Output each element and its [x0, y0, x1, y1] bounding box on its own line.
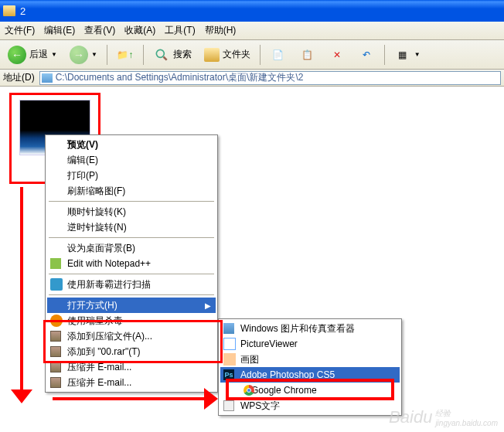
- address-path: C:\Documents and Settings\Administrator\…: [56, 71, 304, 84]
- paint-icon: [223, 353, 236, 366]
- ctx-edit[interactable]: 编辑(E): [47, 152, 216, 168]
- search-icon: [153, 46, 170, 63]
- views-button[interactable]: ▦ ▼: [390, 43, 425, 66]
- ctx-add-rar[interactable]: 添加到 "00.rar"(T): [47, 344, 216, 359]
- separator: [49, 294, 214, 295]
- open-with-submenu: Windows 图片和传真查看器 PictureViewer 画图 PsAdob…: [218, 318, 402, 416]
- up-button[interactable]: 📁↑: [112, 43, 138, 66]
- delete-icon: ✕: [329, 46, 346, 63]
- rar-icon: [50, 331, 61, 342]
- svg-point-0: [156, 49, 164, 57]
- address-label: 地址(D): [3, 71, 35, 84]
- menu-edit[interactable]: 编辑(E): [44, 24, 75, 37]
- ctx-add-archive[interactable]: 添加到压缩文件(A)...: [47, 328, 216, 344]
- annotation-arrow-head: [11, 389, 32, 403]
- chevron-down-icon: ▼: [51, 51, 57, 58]
- chevron-down-icon: ▼: [414, 51, 421, 58]
- rar-icon: [50, 377, 61, 388]
- ctx-compress-email[interactable]: 压缩并 E-mail...: [47, 359, 216, 375]
- views-icon: ▦: [394, 46, 411, 63]
- tb-move-button[interactable]: 📄: [265, 43, 291, 66]
- menu-bar: 文件(F) 编辑(E) 查看(V) 收藏(A) 工具(T) 帮助(H): [0, 22, 504, 40]
- tb-undo-button[interactable]: ↶: [353, 43, 380, 66]
- folder-icon: [42, 73, 53, 83]
- ctx-scan[interactable]: 使用新毒霸进行扫描: [47, 277, 216, 292]
- undo-icon: ↶: [358, 46, 375, 63]
- ctx-preview[interactable]: 预览(V): [47, 137, 216, 152]
- separator: [107, 45, 107, 65]
- picture-viewer-icon: [223, 338, 236, 350]
- rar-icon: [50, 362, 61, 372]
- ctx-rotate-ccw[interactable]: 逆时针旋转(N): [47, 219, 216, 235]
- scan-icon: [50, 278, 63, 291]
- annotation-arrow: [20, 187, 23, 396]
- address-input[interactable]: C:\Documents and Settings\Administrator\…: [39, 71, 501, 85]
- notepad-icon: [50, 258, 61, 269]
- sub-windows-viewer[interactable]: Windows 图片和传真查看器: [220, 321, 400, 336]
- separator: [384, 45, 385, 65]
- toolbar: ← 后退 ▼ → ▼ 📁↑ 搜索 文件夹 📄 📋 ✕ ↶ ▦ ▼: [0, 40, 504, 70]
- tb-copy-button[interactable]: 📋: [295, 43, 321, 66]
- forward-icon: →: [70, 46, 88, 64]
- up-folder-icon: 📁↑: [117, 46, 134, 63]
- folders-button[interactable]: 文件夹: [199, 43, 255, 66]
- arrow-right-icon: ▶: [205, 301, 211, 310]
- annotation-arrow: [53, 397, 207, 400]
- sub-photoshop[interactable]: PsAdobe Photoshop CS5: [220, 367, 400, 383]
- forward-button[interactable]: → ▼: [65, 43, 102, 66]
- menu-tools[interactable]: 工具(T): [165, 24, 195, 37]
- ctx-refresh-thumb[interactable]: 刷新缩略图(F): [47, 183, 216, 199]
- rar-icon: [50, 346, 61, 357]
- ctx-set-bg[interactable]: 设为桌面背景(B): [47, 240, 216, 256]
- address-bar: 地址(D) C:\Documents and Settings\Administ…: [0, 70, 504, 87]
- sub-paint[interactable]: 画图: [220, 352, 400, 367]
- separator: [143, 45, 144, 65]
- ctx-compress-email2[interactable]: 压缩并 E-mail...: [47, 375, 216, 390]
- folder-icon: [3, 5, 15, 16]
- folders-icon: [204, 48, 220, 62]
- wps-icon: [223, 400, 234, 411]
- copy-icon: 📋: [299, 46, 316, 63]
- menu-file[interactable]: 文件(F): [5, 24, 35, 37]
- menu-favorites[interactable]: 收藏(A): [124, 24, 155, 37]
- tb-delete-button[interactable]: ✕: [324, 43, 350, 66]
- separator: [49, 201, 214, 202]
- window-title: 2: [20, 5, 26, 17]
- menu-view[interactable]: 查看(V): [84, 24, 115, 37]
- separator: [49, 274, 214, 274]
- chrome-icon: [243, 385, 254, 396]
- menu-help[interactable]: 帮助(H): [205, 24, 237, 37]
- content-area: 00 预览(V) 编辑(E) 打印(P) 刷新缩略图(F) 顺时针旋转(K) 逆…: [0, 87, 504, 432]
- ctx-open-with[interactable]: 打开方式(H)▶: [47, 298, 216, 313]
- photoshop-icon: Ps: [223, 369, 234, 380]
- separator: [49, 237, 214, 238]
- image-viewer-icon: [223, 323, 234, 334]
- ctx-notepad[interactable]: Edit with Notepad++: [47, 256, 216, 271]
- separator: [260, 45, 261, 65]
- sub-chrome[interactable]: Google Chrome: [220, 383, 400, 398]
- context-menu: 预览(V) 编辑(E) 打印(P) 刷新缩略图(F) 顺时针旋转(K) 逆时针旋…: [45, 134, 218, 393]
- back-icon: ←: [8, 46, 26, 64]
- sub-wps[interactable]: WPS文字: [220, 398, 400, 413]
- scan2-icon: [50, 315, 63, 327]
- ctx-print[interactable]: 打印(P): [47, 168, 216, 183]
- svg-line-1: [163, 56, 166, 60]
- chevron-down-icon: ▼: [91, 51, 97, 58]
- back-button[interactable]: ← 后退 ▼: [3, 43, 62, 66]
- window-titlebar: 2: [0, 0, 504, 22]
- search-button[interactable]: 搜索: [148, 43, 196, 66]
- ctx-scan2[interactable]: 使用瑞星杀毒: [47, 313, 216, 328]
- sub-picture-viewer[interactable]: PictureViewer: [220, 336, 400, 352]
- ctx-rotate-cw[interactable]: 顺时针旋转(K): [47, 204, 216, 219]
- move-icon: 📄: [270, 46, 287, 63]
- watermark: Baidu 经验jingyan.baidu.com: [389, 407, 498, 427]
